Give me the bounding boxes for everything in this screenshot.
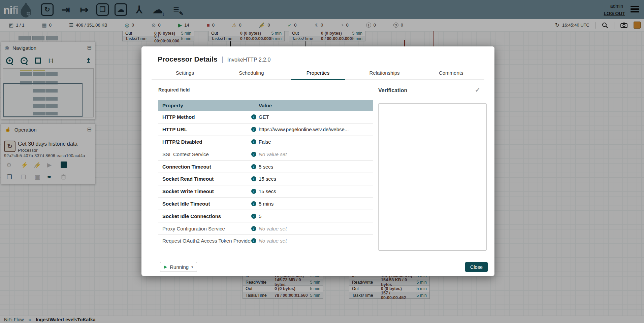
property-value: False (259, 139, 373, 145)
property-name: HTTP URL (158, 127, 251, 132)
required-field-label: Required field (158, 87, 190, 93)
info-icon[interactable]: i (251, 139, 256, 144)
property-row: HTTP/2 DisablediFalse (158, 136, 373, 148)
property-row: Connection Timeouti5 secs (158, 160, 373, 173)
property-row: Socket Read Timeouti15 secs (158, 173, 373, 185)
property-name: Connection Timeout (158, 164, 251, 170)
property-name: Socket Idle Connections (158, 213, 251, 219)
info-icon[interactable]: i (251, 176, 256, 181)
property-value: No value set (259, 238, 373, 244)
property-value: No value set (259, 250, 373, 251)
dialog-tabs: Settings Scheduling Properties Relations… (152, 66, 484, 80)
property-name: Socket Read Timeout (158, 176, 251, 182)
play-icon: ▶ (164, 264, 167, 269)
tab-settings[interactable]: Settings (152, 66, 218, 79)
property-value: 15 secs (259, 188, 373, 194)
property-value: https://www.pegelonline.wsv.de/webse... (259, 127, 373, 132)
tab-scheduling[interactable]: Scheduling (218, 66, 285, 79)
property-value: 5 (259, 213, 373, 219)
property-value: 5 secs (259, 164, 373, 170)
property-value: No value set (259, 226, 373, 231)
property-name: HTTP Method (158, 114, 251, 120)
property-name: Request OAuth2 Access Token Provider (158, 238, 251, 244)
property-name: SSL Context Service (158, 151, 251, 157)
property-value: 5 mins (259, 201, 373, 207)
property-name: Socket Write Timeout (158, 188, 251, 194)
property-name: Proxy Configuration Service (158, 226, 251, 231)
verification-results-panel (378, 103, 487, 251)
verify-check-icon[interactable]: ✓ (475, 86, 480, 94)
tab-properties[interactable]: Properties (285, 66, 351, 79)
property-value: 15 secs (259, 176, 373, 182)
property-row: HTTP URLihttps://www.pegelonline.wsv.de/… (158, 123, 373, 136)
info-icon[interactable]: i (251, 238, 256, 243)
property-row: Socket Idle Connectionsi5 (158, 210, 373, 222)
dialog-subtitle: InvokeHTTP 2.2.0 (227, 57, 271, 63)
property-value: No value set (259, 151, 373, 157)
properties-table-header: Property Value (158, 100, 373, 111)
title-separator: | (221, 56, 223, 63)
chevron-down-icon: ▾ (191, 265, 193, 269)
property-name: Socket Idle Timeout (158, 201, 251, 207)
info-icon[interactable]: i (251, 226, 256, 231)
tab-comments[interactable]: Comments (418, 66, 484, 79)
property-row: SSL Context ServiceiNo value set (158, 148, 373, 160)
dialog-title: Processor Details (158, 55, 217, 63)
info-icon[interactable]: i (251, 214, 256, 219)
run-state-dropdown[interactable]: ▶ Running ▾ (160, 262, 197, 272)
run-state-label: Running (170, 264, 189, 270)
info-icon[interactable]: i (251, 189, 256, 194)
property-row: Socket Idle Timeouti5 mins (158, 198, 373, 210)
close-button[interactable]: Close (465, 262, 488, 272)
properties-table: Property Value HTTP MethodiGET HTTP URLi… (158, 100, 373, 251)
property-value: GET (259, 114, 373, 120)
nifi-app: Out0 (0 bytes)5 min Tasks/Time0 / 00:00:… (0, 0, 644, 323)
tab-relationships[interactable]: Relationships (351, 66, 418, 79)
info-icon[interactable]: i (251, 152, 256, 157)
property-row: HTTP MethodiGET (158, 111, 373, 123)
property-name: HTTP/2 Disabled (158, 139, 251, 145)
verification-title: Verification (378, 87, 407, 94)
property-row: Socket Write Timeouti15 secs (158, 185, 373, 198)
property-row: Request OAuth2 Access Token ProvideriNo … (158, 235, 373, 247)
property-row: Proxy Configuration ServiceiNo value set (158, 222, 373, 235)
info-icon[interactable]: i (251, 127, 256, 132)
info-icon[interactable]: i (251, 114, 256, 119)
info-icon[interactable]: i (251, 201, 256, 206)
processor-details-dialog: Processor Details | InvokeHTTP 2.2.0 Set… (141, 46, 494, 276)
info-icon[interactable]: i (251, 164, 256, 169)
property-row: iNo value set (158, 247, 373, 251)
